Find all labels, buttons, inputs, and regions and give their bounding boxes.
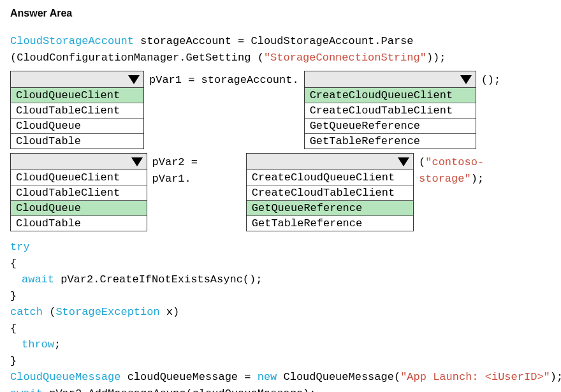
- chevron-down-icon: [460, 75, 472, 84]
- code-text: x): [160, 306, 180, 318]
- brace-open: {: [10, 321, 551, 337]
- code-text: pVar1 = storageAccount.: [144, 71, 304, 89]
- keyword-await: await: [22, 273, 54, 286]
- code-text: (CloudConfigurationManager.GetSetting (: [10, 52, 264, 64]
- code-text: ();: [476, 71, 506, 89]
- dropdown-pvar2-type[interactable]: CloudQueueClient CloudTableClient CloudQ…: [10, 153, 147, 231]
- dropdown-option[interactable]: CloudTable: [11, 216, 147, 231]
- dropdown-pvar1-type[interactable]: CloudQueueClient CloudTableClient CloudQ…: [10, 71, 144, 149]
- code-text: storageAccount = CloudStorageAccount.Par…: [134, 35, 414, 47]
- string-literal: "App Launch: <iUserID>": [400, 371, 550, 383]
- code-text: cloudQueueMessage =: [120, 371, 257, 383]
- dropdown-option[interactable]: CreateCloudQueueClient: [247, 170, 413, 185]
- dropdown-option[interactable]: CloudTable: [11, 134, 143, 149]
- dropdown-pvar1-method[interactable]: CreateCloudQueueClient CreateCloudTableC…: [304, 71, 476, 149]
- brace-close: }: [10, 288, 551, 305]
- dropdown-header[interactable]: [305, 71, 476, 88]
- code-text: pVar2.CreateIfNotExistsAsync();: [54, 273, 262, 286]
- code-text: pVar2 = pVar1.: [147, 153, 246, 187]
- dropdown-header[interactable]: [247, 154, 413, 170]
- type-keyword: CloudQueueMessage: [10, 371, 120, 383]
- code-line-2: (CloudConfigurationManager.GetSetting ("…: [10, 50, 551, 66]
- code-text: pVar2.AddMessageAsync(cloudQueueMessage)…: [43, 388, 316, 393]
- page-title: Answer Area: [10, 8, 551, 19]
- keyword-throw: throw: [22, 338, 54, 351]
- dropdown-option[interactable]: GetTableReference: [305, 134, 476, 149]
- type-keyword: CloudStorageAccount: [10, 35, 134, 47]
- dropdown-pvar2-method[interactable]: CreateCloudQueueClient CreateCloudTableC…: [246, 153, 414, 231]
- code-line-1: CloudStorageAccount storageAccount = Clo…: [10, 33, 551, 50]
- chevron-down-icon: [398, 157, 409, 166]
- string-literal: "StorageConnectionString": [264, 52, 426, 64]
- code-text: );: [471, 173, 484, 185]
- row-pvar1: CloudQueueClient CloudTableClient CloudQ…: [10, 71, 551, 149]
- dropdown-option[interactable]: CloudQueue: [11, 119, 143, 134]
- chevron-down-icon: [128, 75, 140, 84]
- dropdown-option[interactable]: GetQueueReference: [247, 201, 413, 216]
- code-text: );: [550, 371, 561, 383]
- row-pvar2: CloudQueueClient CloudTableClient CloudQ…: [10, 153, 551, 231]
- dropdown-header[interactable]: [11, 71, 143, 88]
- code-text: ));: [426, 52, 446, 64]
- brace-open: {: [10, 256, 551, 272]
- dropdown-header[interactable]: [11, 154, 147, 170]
- dropdown-option[interactable]: GetQueueReference: [305, 119, 476, 134]
- code-text: (: [419, 156, 425, 168]
- keyword-try: try: [10, 241, 30, 253]
- dropdown-option[interactable]: CloudQueueClient: [11, 88, 143, 103]
- dropdown-option[interactable]: CreateCloudTableClient: [305, 103, 476, 119]
- dropdown-option[interactable]: GetTableReference: [247, 216, 413, 231]
- code-text: CloudQueueMessage(: [277, 371, 400, 383]
- dropdown-option[interactable]: CloudTableClient: [11, 103, 143, 119]
- code-text: ("contoso-storage");: [414, 153, 551, 187]
- keyword-new: new: [258, 371, 277, 383]
- code-text: (: [43, 306, 55, 318]
- chevron-down-icon: [131, 157, 143, 166]
- keyword-await: await: [10, 388, 43, 393]
- type-keyword: StorageException: [55, 306, 159, 318]
- code-text: ;: [54, 338, 61, 351]
- dropdown-option[interactable]: CloudTableClient: [11, 185, 147, 201]
- dropdown-option[interactable]: CloudQueue: [11, 201, 147, 216]
- keyword-catch: catch: [10, 306, 43, 318]
- dropdown-option[interactable]: CreateCloudTableClient: [247, 185, 413, 201]
- dropdown-option[interactable]: CreateCloudQueueClient: [305, 88, 476, 103]
- dropdown-option[interactable]: CloudQueueClient: [11, 170, 147, 185]
- brace-close: }: [10, 353, 551, 370]
